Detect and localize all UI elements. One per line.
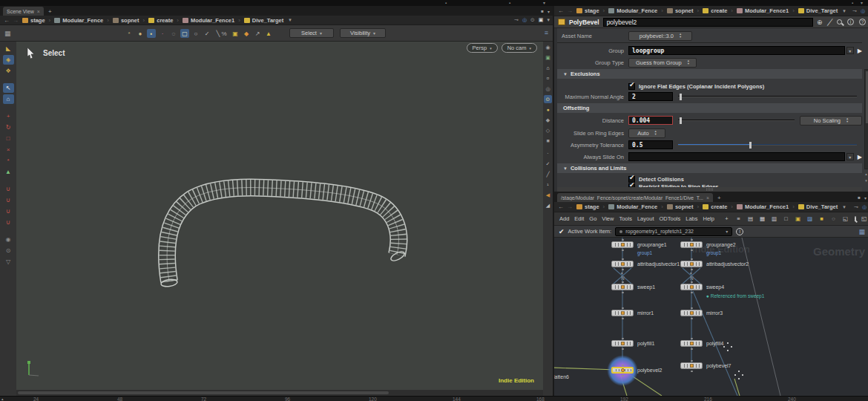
node-display-flag-icon[interactable] <box>621 243 625 247</box>
viewport-scrollbar[interactable] <box>16 390 543 396</box>
node-label[interactable]: sweep1 <box>637 284 655 290</box>
playbar-timeline[interactable]: ▴ 24487296120144168192216240 <box>0 396 868 401</box>
maximize-pane-icon[interactable]: ■ <box>858 195 861 200</box>
task-grid-icon[interactable]: ▦ <box>858 228 865 235</box>
node-input-connector[interactable] <box>622 281 624 283</box>
path-dropdown-caret-icon[interactable]: ▾ <box>843 8 846 14</box>
clipped-node-label[interactable]: flatten6 <box>554 374 569 379</box>
find-node-icon[interactable]: ◌ <box>829 215 838 223</box>
node-mirror3[interactable] <box>680 310 703 316</box>
node-output-connector[interactable] <box>691 371 693 372</box>
snapshot-icon[interactable]: ▣ <box>544 53 552 62</box>
pin-icon[interactable]: ⊸ <box>854 204 858 210</box>
menu-view[interactable]: View <box>602 215 614 222</box>
node-input-connector[interactable] <box>691 338 693 339</box>
new-tab-button[interactable]: + <box>717 195 721 202</box>
node-display-flag-icon[interactable] <box>621 342 625 345</box>
node-output-connector[interactable] <box>622 292 624 293</box>
breadcrumb-item-Modular_Fence[interactable]: Modular_Fence <box>607 203 659 210</box>
node-display-flag-icon[interactable] <box>690 285 694 289</box>
new-tab-button[interactable]: + <box>48 8 52 16</box>
node-output-connector[interactable] <box>622 348 624 350</box>
node-label[interactable]: attribadjustvector1 <box>637 261 680 267</box>
network-canvas[interactable]: Indie Edition Geometry grouprange1group1… <box>554 238 868 396</box>
node-mirror1[interactable] <box>611 310 634 316</box>
wireframe-ghost-icon[interactable]: ◇ <box>544 126 552 134</box>
info-icon[interactable]: i <box>736 228 743 235</box>
node-input-connector[interactable] <box>691 360 693 362</box>
headlight-icon[interactable]: ● <box>544 105 552 114</box>
snap-edge-icon[interactable]: ∪ <box>3 206 14 216</box>
search-icon[interactable] <box>855 216 856 221</box>
node-display-flag-icon[interactable] <box>621 285 625 289</box>
asymmetry-tolerance-field[interactable]: 0.5 <box>628 140 673 149</box>
pane-divider-icon[interactable]: ▪ <box>852 0 853 6</box>
viewport-layout-icon[interactable]: ◉ <box>3 235 14 244</box>
node-grouprange1[interactable] <box>611 241 634 248</box>
node-label[interactable]: polyfill4 <box>706 341 723 346</box>
rotate-tool-icon[interactable]: ↻ <box>3 123 14 132</box>
help-icon[interactable]: ? <box>859 19 866 25</box>
grid-display-icon[interactable]: ▦ <box>758 215 766 223</box>
work-item-dropdown[interactable]: ropgeometry1_ropfetch1_232 ▾ <box>615 227 732 236</box>
node-label[interactable]: grouprange1 <box>637 242 667 247</box>
node-output-connector[interactable] <box>691 318 693 319</box>
select-geometry-icon[interactable]: ▣ <box>231 29 240 38</box>
node-input-connector[interactable] <box>622 365 624 366</box>
back-icon[interactable]: ← <box>558 203 564 210</box>
sticky-note-icon[interactable]: ▣ <box>794 215 802 223</box>
asymmetry-tolerance-slider[interactable] <box>678 144 857 146</box>
frame-view-icon[interactable]: ◎ <box>544 85 552 93</box>
lasso-select-icon[interactable]: ○ <box>191 29 200 38</box>
path-dropdown-caret-icon[interactable]: ▾ <box>843 204 846 210</box>
back-icon[interactable]: ← <box>4 17 10 24</box>
max-normal-angle-slider[interactable] <box>678 96 857 97</box>
scroll-down-icon[interactable]: ▾ <box>864 177 868 183</box>
save-layout-icon[interactable]: □ <box>782 215 790 223</box>
node-label[interactable]: mirror3 <box>706 310 723 316</box>
visibility-dropdown[interactable]: Visibility ▾ <box>340 28 386 38</box>
node-display-flag-icon[interactable] <box>690 243 694 247</box>
thumbnail-icon[interactable]: ▥ <box>770 215 778 223</box>
select-drag-icon[interactable]: ↗ <box>253 29 262 38</box>
breadcrumb-item-create[interactable]: create <box>701 203 729 210</box>
distance-slider[interactable] <box>678 120 795 121</box>
select-vertices-icon[interactable]: · <box>158 29 167 38</box>
search-icon[interactable] <box>837 19 842 25</box>
display-points-icon[interactable]: · <box>544 149 552 157</box>
material-preview-icon[interactable]: ■ <box>544 137 552 145</box>
node-input-connector[interactable] <box>691 258 693 260</box>
path-dropdown-caret-icon[interactable]: ▾ <box>289 17 292 23</box>
snapshot-camera-icon[interactable]: ◱ <box>861 215 867 224</box>
forward-icon[interactable]: → <box>567 7 573 14</box>
node-display-flag-icon[interactable] <box>690 311 694 315</box>
node-display-flag-icon[interactable] <box>621 262 625 266</box>
node-label[interactable]: polyfill1 <box>637 341 654 346</box>
node-input-connector[interactable] <box>622 307 624 309</box>
node-display-flag-icon[interactable] <box>621 368 625 372</box>
node-display-flag-icon[interactable] <box>690 364 694 368</box>
node-label[interactable]: attribadjustvector2 <box>706 261 749 267</box>
scroll-up-icon[interactable]: ▴ <box>864 171 868 177</box>
menu-edit[interactable]: Edit <box>574 215 584 222</box>
radial-menu-icon[interactable]: ◎ <box>862 204 867 210</box>
dynamics-mode-icon[interactable]: ❖ <box>3 66 14 76</box>
node-polyfill4[interactable] <box>680 340 703 347</box>
node-label[interactable]: mirror1 <box>637 310 654 316</box>
menu-help[interactable]: Help <box>703 215 714 222</box>
pane-options-caret-icon[interactable]: ▾ <box>864 195 867 200</box>
axis-align-icon[interactable]: ▲ <box>3 167 14 177</box>
node-grouprange2[interactable] <box>680 241 703 248</box>
back-icon[interactable]: ← <box>558 7 564 14</box>
forward-icon[interactable]: → <box>13 17 19 24</box>
breadcrumb-item-stage[interactable]: stage <box>575 7 601 14</box>
node-display-flag-icon[interactable] <box>621 311 625 315</box>
reselect-arrow-icon[interactable]: ▶ <box>858 154 862 160</box>
ignore-flat-edges-checkbox[interactable]: ✔ <box>628 83 635 90</box>
node-attribadjustvector2[interactable] <box>680 261 703 267</box>
node-input-connector[interactable] <box>622 258 624 260</box>
box-select-icon[interactable]: ▢ <box>180 29 189 38</box>
node-polyfill1[interactable] <box>611 340 634 347</box>
pane-menu-caret-icon[interactable]: ▾ <box>543 0 545 6</box>
group-type-dropdown[interactable]: Guess from Group▴▾ <box>628 58 697 68</box>
